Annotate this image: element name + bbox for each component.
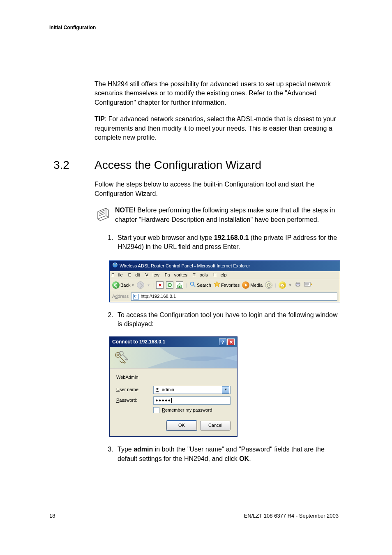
login-realm: WebAdmin: [116, 374, 231, 380]
tip-text: : For advanced network scenarios, select…: [95, 115, 336, 141]
step3-text-c: .: [249, 455, 251, 462]
section-title: Access the Configuration Wizard: [95, 159, 261, 172]
note-body: Before performing the following steps ma…: [115, 207, 335, 223]
ie-menu-edit[interactable]: Edit: [128, 272, 140, 277]
ie-stop-button[interactable]: ✕: [156, 281, 164, 289]
svg-rect-8: [297, 282, 299, 283]
media-icon: [242, 281, 249, 289]
ie-window: Wireless ADSL Router Control Panel - Mic…: [109, 260, 340, 302]
ie-back-button[interactable]: Back ▼: [112, 281, 134, 289]
ie-media-button[interactable]: Media: [242, 281, 263, 289]
doc-id: EN/LZT 108 6377 R4 - September 2003: [244, 513, 339, 519]
note-text: NOTE! Before performing the following st…: [115, 206, 339, 224]
section-number: 3.2: [53, 159, 95, 172]
ie-print-button[interactable]: [294, 281, 302, 290]
ie-search-label: Search: [197, 282, 211, 288]
running-header: Initial Configuration: [49, 25, 339, 30]
step1-ip: 192.168.0.1: [214, 234, 249, 241]
ie-toolbar: Back ▼ ▼ | ✕: [110, 279, 340, 291]
ie-menu-tools[interactable]: Tools: [193, 272, 208, 277]
step-3: Type admin in both the "User name" and "…: [115, 445, 339, 463]
section-intro: Follow the steps below to access the bui…: [95, 180, 339, 198]
ie-search-button[interactable]: Search: [189, 281, 211, 289]
login-help-button[interactable]: ?: [219, 339, 226, 345]
search-icon: [189, 281, 196, 289]
ie-mail-button[interactable]: [279, 281, 286, 289]
login-dialog: Connect to 192.168.0.1 ? ✕: [109, 336, 238, 437]
ie-home-button[interactable]: [176, 281, 183, 289]
username-label: User name:: [116, 387, 153, 393]
svg-rect-2: [179, 286, 180, 288]
note-icon: [95, 207, 111, 226]
svg-point-3: [191, 282, 194, 286]
back-icon: [112, 281, 120, 289]
ie-addressbar: Address http://192.168.0.1: [110, 291, 340, 302]
note-block: NOTE! Before performing the following st…: [95, 206, 339, 226]
remember-label: Remember my password: [162, 407, 212, 413]
username-value: admin: [162, 387, 222, 393]
page-icon: [133, 294, 139, 299]
step2-text: To access the Configuration tool you hav…: [118, 311, 337, 327]
ie-media-label: Media: [250, 282, 263, 288]
svg-line-4: [194, 285, 195, 287]
step-2: To access the Configuration tool you hav…: [115, 311, 339, 437]
checkbox-icon: [153, 407, 159, 413]
ie-app-icon: [112, 262, 118, 269]
ie-forward-button[interactable]: [137, 281, 144, 289]
ie-refresh-button[interactable]: [166, 281, 173, 289]
user-icon: [154, 387, 160, 393]
login-close-button[interactable]: ✕: [227, 339, 235, 345]
ie-menu-file[interactable]: File: [111, 272, 123, 277]
ok-button[interactable]: OK: [166, 421, 197, 431]
ie-history-button[interactable]: [265, 281, 272, 289]
ie-favorites-button[interactable]: Favorites: [214, 281, 240, 289]
dropdown-caret-icon[interactable]: ▾: [222, 386, 229, 394]
tip-paragraph: TIP: For advanced network scenarios, sel…: [95, 115, 339, 142]
ie-menubar: File Edit View Favorites Tools Help: [110, 271, 340, 279]
step-1: Start your web browser and type 192.168.…: [115, 233, 339, 302]
star-icon: [214, 281, 220, 289]
ie-menu-view[interactable]: View: [145, 272, 159, 277]
step3-text-a: Type: [118, 446, 134, 453]
intro-paragraph-1: The HN294 still offers the possibility f…: [95, 80, 339, 107]
ie-window-title: Wireless ADSL Router Control Panel - Mic…: [120, 263, 250, 269]
username-field[interactable]: admin ▾: [153, 386, 231, 394]
ie-back-label: Back: [120, 282, 130, 288]
password-field[interactable]: ●●●●●: [153, 396, 231, 405]
step3-ok: OK: [239, 455, 249, 462]
step3-admin: admin: [134, 446, 153, 453]
ie-titlebar: Wireless ADSL Router Control Panel - Mic…: [110, 261, 340, 271]
note-label: NOTE!: [115, 207, 136, 214]
tip-label: TIP: [95, 115, 105, 122]
ie-favorites-label: Favorites: [221, 282, 240, 288]
login-title: Connect to 192.168.0.1: [112, 339, 165, 345]
ie-address-value: http://192.168.0.1: [141, 293, 176, 299]
ie-menu-favorites[interactable]: Favorites: [165, 272, 187, 277]
ie-address-label: Address: [112, 293, 129, 299]
svg-rect-1: [113, 265, 117, 265]
remember-password-checkbox[interactable]: Remember my password: [153, 407, 231, 413]
login-banner: [110, 347, 237, 368]
svg-point-17: [157, 388, 159, 390]
page-number: 18: [49, 513, 55, 519]
login-titlebar: Connect to 192.168.0.1 ? ✕: [110, 337, 237, 347]
password-label: Password:: [116, 397, 153, 403]
ie-menu-help[interactable]: Help: [213, 272, 227, 277]
password-value: ●●●●●: [155, 398, 171, 403]
cancel-button[interactable]: Cancel: [200, 421, 231, 431]
step1-text-a: Start your web browser and type: [118, 234, 214, 241]
ie-address-input[interactable]: http://192.168.0.1: [131, 292, 337, 300]
svg-rect-9: [297, 285, 299, 286]
ie-edit-button[interactable]: [304, 281, 312, 289]
